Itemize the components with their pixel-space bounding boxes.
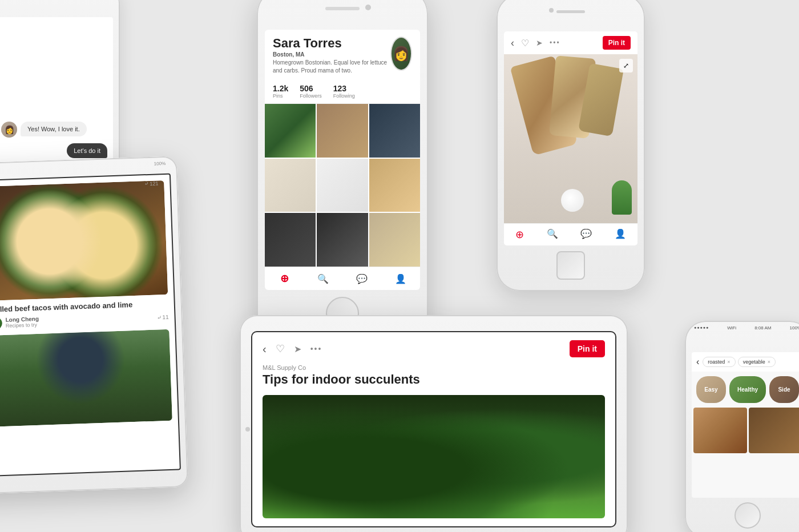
iphone-profile-device: Sara Torres Boston, MA Homegrown Bostoni… [257,0,428,342]
pin-it-label: Pin it [608,39,625,47]
ipad-bottom-meta: M&L Supply Co Tips for indoor succulents [263,364,605,387]
pin-it-button[interactable]: Pin it [570,340,605,357]
search-tag-vegetable[interactable]: vegetable × [738,357,776,367]
following-label: Following [333,93,355,99]
grid-cell-4[interactable] [265,159,316,212]
like-icon[interactable]: ♡ [521,38,529,49]
pin-card-meta: Long Cheng Recipes to try ⤶ 11 [0,311,169,330]
wifi-icon: WiFi [727,325,736,331]
status-bar: ●●●●● WiFi 8:08 AM 100% [685,325,799,331]
result-card-1[interactable] [693,408,747,453]
grid-cell-6[interactable] [369,159,420,212]
ipad-bottom-screen: ‹ ♡ ➤ ••• Pin it M&L Supply Co Tips for … [252,332,615,526]
home-button[interactable] [735,502,761,529]
profile-pin-grid [265,104,420,267]
messages-tab[interactable]: 💬 [355,272,369,285]
received-bubble: Yes! Wow, I love it. [21,122,87,136]
pin-card-tacos[interactable]: Grilled beef tacos with avocado and lime… [0,175,175,336]
profile-info: Sara Torres Boston, MA Homegrown Bostoni… [273,37,390,75]
back-button[interactable]: ‹ [696,357,699,367]
cutting-board-image [504,54,637,223]
easy-label: Easy [704,386,717,393]
user-avatar [0,317,2,330]
pin-toolbar-left: ‹ ♡ ➤ ••• [511,37,560,49]
save-count: ⤶ 11 [156,314,168,321]
pinterest-logo-icon: ⊕ [280,272,289,285]
sender-avatar: 👩 [1,122,17,138]
grid-cell-7[interactable] [265,213,316,267]
grid-cell-2[interactable] [317,104,368,158]
more-icon[interactable]: ••• [310,344,322,353]
grid-cell-5[interactable] [317,159,368,212]
profile-tab-icon[interactable]: 👤 [615,228,626,241]
search-tab-icon[interactable]: 🔍 [547,228,558,241]
search-tag-roasted[interactable]: roasted × [703,357,735,367]
avatar-image: 👩 [1,122,17,138]
ipad-left-device: 100% Grilled beef tacos with avocado and… [0,156,188,495]
grid-cell-1[interactable] [265,104,316,158]
share-icon[interactable]: ➤ [536,38,543,47]
result-card-2[interactable] [749,408,800,453]
pin-it-button[interactable]: Pin it [603,36,631,50]
pins-label: Pins [273,93,288,99]
home-tab[interactable]: ⊕ [277,272,291,285]
followers-count: 506 [300,84,322,93]
received-message-row: 👩 Yes! Wow, I love it. [1,122,107,138]
side-chip[interactable]: Side [769,376,799,403]
grid-cell-3[interactable] [369,104,420,158]
back-icon[interactable]: ‹ [511,37,514,49]
remove-tag-roasted[interactable]: × [727,359,730,365]
share-icon[interactable]: ➤ [294,344,301,354]
remove-tag-vegetable[interactable]: × [768,359,770,365]
profile-stats: 1.2k Pins 506 Followers 123 Following [265,79,420,104]
received-message-text: Yes! Wow, I love it. [27,126,80,132]
easy-chip[interactable]: Easy [696,376,726,403]
healthy-chip[interactable]: Healthy [729,376,766,403]
pin-card-person[interactable] [0,329,179,437]
succulent-visual [263,395,605,518]
followers-label: Followers [300,93,322,99]
front-camera [549,8,554,13]
expand-icon[interactable]: ⤢ [619,59,633,72]
sent-message-text: Let's do it [74,147,100,154]
sent-bubble: Let's do it [67,143,107,158]
ipad-bottom-device: ‹ ♡ ➤ ••• Pin it M&L Supply Co Tips for … [240,315,628,532]
search-header: ‹ roasted × vegetable × [692,352,799,372]
profile-screen: Sara Torres Boston, MA Homegrown Bostoni… [265,30,420,290]
tag-text-roasted: roasted [708,359,725,365]
more-icon[interactable]: ••• [550,39,560,47]
profile-screen-container: Sara Torres Boston, MA Homegrown Bostoni… [265,30,420,290]
chat-tab-icon[interactable]: 💬 [580,228,592,241]
pins-stat: 1.2k Pins [273,84,288,99]
chat-icon: 💬 [356,273,368,284]
succulent-image [263,395,605,518]
person-visual [0,329,172,427]
save-icon: ⤶ [156,315,161,321]
profile-tab[interactable]: 👤 [394,272,407,285]
following-stat: 123 Following [333,84,355,99]
pin-image-area: ⤢ [504,54,637,223]
saves-number: 121 [150,180,158,187]
profile-header: Sara Torres Boston, MA Homegrown Bostoni… [265,30,420,79]
home-button[interactable] [556,251,585,280]
pin-toolbar: ‹ ♡ ➤ ••• Pin it [504,31,637,54]
pinterest-tab-icon[interactable]: ⊕ [515,228,524,241]
grid-cell-9[interactable] [369,213,420,267]
tacos-image [0,180,168,301]
speaker-grill [325,7,360,10]
like-icon[interactable]: ♡ [276,342,285,355]
profile-avatar[interactable]: 👩 [390,37,412,71]
healthy-label: Healthy [737,386,758,393]
category-chips: Easy Healthy Side [692,372,799,408]
time-display: 8:08 AM [754,325,771,331]
following-count: 123 [333,84,355,93]
source-label: M&L Supply Co [263,364,605,371]
search-screen-container: ‹ roasted × vegetable × Easy [692,352,799,498]
signal-icon: ●●●●● [694,325,709,331]
top-saves: ⤶ 121 [144,180,158,187]
grid-cell-8[interactable] [317,213,368,267]
search-tab[interactable]: 🔍 [316,272,330,285]
profile-location: Boston, MA [273,51,390,58]
ipad-left-screen: Grilled beef tacos with avocado and lime… [0,174,181,477]
back-icon[interactable]: ‹ [263,342,267,356]
